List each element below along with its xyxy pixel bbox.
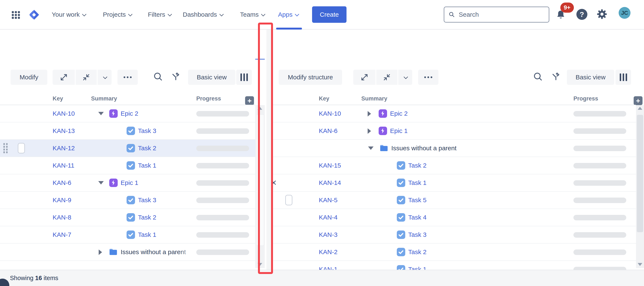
table-row[interactable]: KAN-6Epic 1	[0, 174, 255, 192]
table-row[interactable]: KAN-12Task 2	[0, 140, 255, 157]
close-splitter-icon[interactable]: ×	[271, 178, 276, 187]
left-vertical-scrollbar[interactable]	[255, 105, 265, 268]
expand-row-icon[interactable]	[99, 250, 102, 255]
global-search[interactable]	[444, 6, 549, 22]
column-header-summary[interactable]: Summary	[91, 95, 117, 102]
column-header-progress[interactable]: Progress	[574, 95, 598, 102]
scroll-up-icon[interactable]	[258, 107, 262, 110]
table-row[interactable]: KAN-4Task 4	[272, 209, 644, 226]
expand-all-button[interactable]	[52, 70, 75, 85]
expand-row-icon[interactable]	[368, 128, 371, 134]
table-row[interactable]: Issues without a parent	[0, 244, 255, 261]
jira-logo[interactable]	[28, 8, 40, 22]
table-row[interactable]: KAN-15Task 2	[272, 157, 644, 174]
issue-summary[interactable]: Epic 1	[390, 122, 408, 139]
issue-summary[interactable]: Task 3	[138, 192, 156, 209]
nav-item-teams[interactable]: Teams	[240, 0, 264, 29]
row-checkbox[interactable]	[18, 143, 25, 153]
nav-item-filters[interactable]: Filters	[148, 0, 171, 29]
issue-key[interactable]: KAN-15	[319, 157, 341, 174]
table-row[interactable]: KAN-1Task 1	[272, 261, 644, 270]
issue-summary[interactable]: Task 1	[138, 157, 156, 174]
issue-key[interactable]: KAN-3	[319, 226, 338, 243]
issue-key[interactable]: KAN-9	[52, 192, 71, 209]
add-column-button[interactable]: +	[634, 96, 642, 105]
nav-item-apps[interactable]: Apps	[278, 0, 298, 29]
issue-summary[interactable]: Task 2	[138, 140, 156, 157]
issue-summary[interactable]: Epic 2	[390, 105, 408, 122]
add-column-button[interactable]: +	[245, 96, 254, 105]
table-row[interactable]: KAN-3Task 3	[272, 226, 644, 244]
expand-row-icon[interactable]	[368, 111, 371, 116]
issue-key[interactable]: KAN-8	[52, 209, 71, 226]
table-row[interactable]: KAN-2Task 2	[272, 244, 644, 261]
table-row[interactable]: KAN-5Task 5	[272, 192, 644, 209]
collapse-row-icon[interactable]	[98, 112, 104, 115]
issue-key[interactable]: KAN-12	[52, 140, 75, 157]
drag-handle-icon[interactable]	[4, 143, 8, 153]
issue-summary[interactable]: Epic 1	[121, 174, 138, 191]
view-selector-button[interactable]: Basic view	[567, 70, 614, 85]
table-row[interactable]: KAN-9Task 3	[0, 192, 255, 209]
search-input[interactable]	[458, 11, 544, 18]
table-row[interactable]: KAN-14Task 1	[272, 174, 644, 192]
quick-filter-button[interactable]	[550, 71, 562, 82]
table-row[interactable]: KAN-7Task 1	[0, 226, 255, 244]
expand-options-button[interactable]	[398, 70, 412, 85]
table-row[interactable]: KAN-13Task 3	[0, 122, 255, 140]
view-selector-button[interactable]: Basic view	[188, 70, 235, 85]
issue-key[interactable]: KAN-2	[319, 244, 338, 261]
right-vertical-scrollbar[interactable]	[636, 105, 644, 268]
more-actions-button[interactable]	[118, 70, 138, 85]
collapse-row-icon[interactable]	[368, 146, 374, 150]
issue-key[interactable]: KAN-6	[52, 174, 71, 191]
column-header-key[interactable]: Key	[319, 95, 330, 102]
nav-item-your-work[interactable]: Your work	[52, 0, 85, 29]
collapse-all-button[interactable]	[376, 70, 398, 85]
table-row[interactable]: KAN-10Epic 2	[0, 105, 255, 122]
help-button[interactable]: ?	[576, 9, 588, 20]
table-row[interactable]: KAN-6Epic 1	[272, 122, 644, 140]
panel-search-button[interactable]	[152, 71, 164, 82]
issue-key[interactable]: KAN-5	[319, 192, 338, 209]
table-row[interactable]: KAN-11Task 1	[0, 157, 255, 174]
expand-all-button[interactable]	[353, 70, 376, 85]
nav-item-projects[interactable]: Projects	[103, 0, 132, 29]
issue-key[interactable]: KAN-11	[52, 157, 74, 174]
issue-key[interactable]: KAN-13	[52, 122, 75, 139]
columns-button[interactable]	[616, 70, 631, 85]
scroll-up-icon[interactable]	[638, 107, 642, 110]
issue-key[interactable]: KAN-1	[319, 261, 338, 270]
app-switcher-button[interactable]	[11, 9, 21, 21]
collapse-row-icon[interactable]	[98, 181, 104, 185]
table-row[interactable]: KAN-8Task 2	[0, 209, 255, 226]
nav-item-dashboards[interactable]: Dashboards	[183, 0, 223, 29]
more-actions-button[interactable]	[418, 70, 438, 85]
table-row[interactable]: Issues without a parent	[272, 140, 644, 157]
panel-splitter[interactable]	[266, 29, 273, 270]
issue-key[interactable]: KAN-7	[52, 226, 71, 243]
issue-summary[interactable]: Task 1	[408, 174, 426, 191]
issue-summary[interactable]: Task 4	[408, 209, 426, 226]
issue-summary[interactable]: Task 2	[408, 157, 426, 174]
column-header-summary[interactable]: Summary	[361, 95, 387, 102]
issue-summary[interactable]: Task 2	[408, 244, 426, 261]
scroll-down-icon[interactable]	[638, 263, 642, 266]
settings-button[interactable]	[596, 8, 608, 21]
issue-summary[interactable]: Task 5	[408, 192, 426, 209]
user-avatar[interactable]: JC	[619, 7, 630, 19]
expand-options-button[interactable]	[98, 70, 112, 85]
collapse-all-button[interactable]	[76, 70, 97, 85]
table-row[interactable]: KAN-10Epic 2	[272, 105, 644, 122]
quick-filter-button[interactable]	[170, 71, 181, 82]
scroll-down-icon[interactable]	[258, 263, 262, 266]
issue-summary[interactable]: Task 3	[138, 122, 156, 139]
scrollbar-thumb[interactable]	[256, 114, 264, 246]
issue-summary[interactable]: Task 1	[408, 261, 426, 270]
issue-key[interactable]: KAN-10	[319, 105, 341, 122]
columns-button[interactable]	[236, 70, 252, 85]
issue-summary[interactable]: Issues without a parent	[391, 140, 456, 157]
column-header-key[interactable]: Key	[52, 95, 63, 102]
create-button[interactable]: Create	[312, 6, 346, 23]
issue-key[interactable]: KAN-10	[52, 105, 75, 122]
